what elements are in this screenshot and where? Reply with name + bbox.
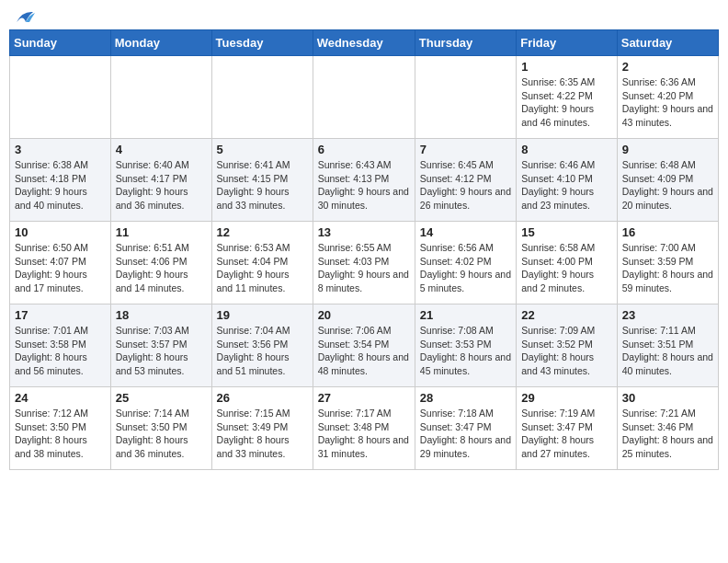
day-number: 10 bbox=[15, 225, 106, 239]
calendar-header-row: SundayMondayTuesdayWednesdayThursdayFrid… bbox=[10, 30, 719, 56]
day-number: 11 bbox=[116, 225, 207, 239]
day-info: Sunrise: 6:53 AM Sunset: 4:04 PM Dayligh… bbox=[217, 241, 308, 295]
day-info: Sunrise: 7:12 AM Sunset: 3:50 PM Dayligh… bbox=[15, 407, 106, 461]
calendar-week-row: 10Sunrise: 6:50 AM Sunset: 4:07 PM Dayli… bbox=[10, 222, 719, 304]
day-number: 8 bbox=[521, 143, 612, 156]
calendar-cell: 1Sunrise: 6:35 AM Sunset: 4:22 PM Daylig… bbox=[517, 56, 618, 139]
day-info: Sunrise: 7:17 AM Sunset: 3:48 PM Dayligh… bbox=[318, 407, 410, 461]
calendar-week-row: 24Sunrise: 7:12 AM Sunset: 3:50 PM Dayli… bbox=[10, 387, 719, 470]
day-info: Sunrise: 6:56 AM Sunset: 4:02 PM Dayligh… bbox=[420, 241, 511, 295]
day-info: Sunrise: 7:04 AM Sunset: 3:56 PM Dayligh… bbox=[217, 324, 308, 378]
day-number: 22 bbox=[521, 308, 612, 322]
calendar-cell: 6Sunrise: 6:43 AM Sunset: 4:13 PM Daylig… bbox=[313, 139, 415, 222]
day-of-week-header: Wednesday bbox=[313, 30, 415, 56]
day-of-week-header: Thursday bbox=[415, 30, 516, 56]
calendar-cell: 29Sunrise: 7:19 AM Sunset: 3:47 PM Dayli… bbox=[517, 387, 618, 470]
calendar-cell: 16Sunrise: 7:00 AM Sunset: 3:59 PM Dayli… bbox=[617, 222, 718, 304]
day-number: 14 bbox=[420, 225, 511, 239]
day-info: Sunrise: 6:58 AM Sunset: 4:00 PM Dayligh… bbox=[521, 241, 612, 295]
day-info: Sunrise: 7:09 AM Sunset: 3:52 PM Dayligh… bbox=[521, 324, 612, 378]
calendar-cell: 20Sunrise: 7:06 AM Sunset: 3:54 PM Dayli… bbox=[313, 304, 415, 387]
day-number: 3 bbox=[15, 143, 106, 156]
day-number: 25 bbox=[116, 391, 207, 405]
calendar-cell: 4Sunrise: 6:40 AM Sunset: 4:17 PM Daylig… bbox=[110, 139, 211, 222]
day-number: 29 bbox=[521, 391, 612, 405]
day-info: Sunrise: 6:36 AM Sunset: 4:20 PM Dayligh… bbox=[622, 75, 713, 130]
day-info: Sunrise: 7:11 AM Sunset: 3:51 PM Dayligh… bbox=[622, 324, 713, 378]
day-info: Sunrise: 6:35 AM Sunset: 4:22 PM Dayligh… bbox=[521, 75, 612, 130]
day-info: Sunrise: 7:15 AM Sunset: 3:49 PM Dayligh… bbox=[217, 407, 308, 461]
day-number: 30 bbox=[622, 391, 713, 405]
calendar-cell: 30Sunrise: 7:21 AM Sunset: 3:46 PM Dayli… bbox=[617, 387, 718, 470]
calendar-cell: 5Sunrise: 6:41 AM Sunset: 4:15 PM Daylig… bbox=[211, 139, 313, 222]
day-number: 27 bbox=[318, 391, 410, 405]
day-number: 20 bbox=[318, 308, 410, 322]
day-number: 9 bbox=[622, 143, 713, 156]
calendar-cell bbox=[415, 56, 516, 139]
day-number: 13 bbox=[318, 225, 410, 239]
calendar-cell: 10Sunrise: 6:50 AM Sunset: 4:07 PM Dayli… bbox=[10, 222, 111, 304]
day-number: 7 bbox=[420, 143, 511, 156]
calendar-cell: 14Sunrise: 6:56 AM Sunset: 4:02 PM Dayli… bbox=[415, 222, 516, 304]
day-info: Sunrise: 6:51 AM Sunset: 4:06 PM Dayligh… bbox=[116, 241, 207, 295]
calendar-cell: 8Sunrise: 6:46 AM Sunset: 4:10 PM Daylig… bbox=[517, 139, 618, 222]
day-number: 4 bbox=[116, 143, 207, 156]
day-of-week-header: Monday bbox=[110, 30, 211, 56]
calendar-cell: 21Sunrise: 7:08 AM Sunset: 3:53 PM Dayli… bbox=[415, 304, 516, 387]
calendar: SundayMondayTuesdayWednesdayThursdayFrid… bbox=[9, 29, 719, 470]
day-info: Sunrise: 6:43 AM Sunset: 4:13 PM Dayligh… bbox=[318, 158, 410, 213]
day-number: 24 bbox=[15, 391, 106, 405]
day-of-week-header: Sunday bbox=[10, 30, 111, 56]
day-number: 15 bbox=[521, 225, 612, 239]
day-number: 23 bbox=[622, 308, 713, 322]
day-info: Sunrise: 6:48 AM Sunset: 4:09 PM Dayligh… bbox=[622, 158, 713, 213]
calendar-cell: 28Sunrise: 7:18 AM Sunset: 3:47 PM Dayli… bbox=[415, 387, 516, 470]
day-info: Sunrise: 6:40 AM Sunset: 4:17 PM Dayligh… bbox=[116, 158, 207, 213]
calendar-cell: 13Sunrise: 6:55 AM Sunset: 4:03 PM Dayli… bbox=[313, 222, 415, 304]
day-of-week-header: Saturday bbox=[617, 30, 718, 56]
day-number: 12 bbox=[217, 225, 308, 239]
day-info: Sunrise: 7:18 AM Sunset: 3:47 PM Dayligh… bbox=[420, 407, 511, 461]
calendar-cell: 27Sunrise: 7:17 AM Sunset: 3:48 PM Dayli… bbox=[313, 387, 415, 470]
day-info: Sunrise: 6:38 AM Sunset: 4:18 PM Dayligh… bbox=[15, 158, 106, 213]
page-header bbox=[9, 9, 719, 22]
day-info: Sunrise: 7:14 AM Sunset: 3:50 PM Dayligh… bbox=[116, 407, 207, 461]
day-number: 28 bbox=[420, 391, 511, 405]
calendar-cell: 2Sunrise: 6:36 AM Sunset: 4:20 PM Daylig… bbox=[617, 56, 718, 139]
day-info: Sunrise: 7:00 AM Sunset: 3:59 PM Dayligh… bbox=[622, 241, 713, 295]
day-info: Sunrise: 6:46 AM Sunset: 4:10 PM Dayligh… bbox=[521, 158, 612, 213]
calendar-cell: 24Sunrise: 7:12 AM Sunset: 3:50 PM Dayli… bbox=[10, 387, 111, 470]
logo-bird-icon bbox=[15, 9, 35, 26]
day-number: 2 bbox=[622, 60, 713, 74]
day-number: 26 bbox=[217, 391, 308, 405]
day-info: Sunrise: 7:19 AM Sunset: 3:47 PM Dayligh… bbox=[521, 407, 612, 461]
day-number: 17 bbox=[15, 308, 106, 322]
day-info: Sunrise: 6:50 AM Sunset: 4:07 PM Dayligh… bbox=[15, 241, 106, 295]
day-number: 5 bbox=[217, 143, 308, 156]
day-number: 6 bbox=[318, 143, 410, 156]
calendar-cell: 9Sunrise: 6:48 AM Sunset: 4:09 PM Daylig… bbox=[617, 139, 718, 222]
day-number: 18 bbox=[116, 308, 207, 322]
calendar-cell: 12Sunrise: 6:53 AM Sunset: 4:04 PM Dayli… bbox=[211, 222, 313, 304]
day-of-week-header: Tuesday bbox=[211, 30, 313, 56]
day-number: 19 bbox=[217, 308, 308, 322]
calendar-cell: 23Sunrise: 7:11 AM Sunset: 3:51 PM Dayli… bbox=[617, 304, 718, 387]
calendar-cell bbox=[110, 56, 211, 139]
day-info: Sunrise: 6:55 AM Sunset: 4:03 PM Dayligh… bbox=[318, 241, 410, 295]
day-info: Sunrise: 6:41 AM Sunset: 4:15 PM Dayligh… bbox=[217, 158, 308, 213]
calendar-cell: 22Sunrise: 7:09 AM Sunset: 3:52 PM Dayli… bbox=[517, 304, 618, 387]
day-info: Sunrise: 7:08 AM Sunset: 3:53 PM Dayligh… bbox=[420, 324, 511, 378]
day-info: Sunrise: 6:45 AM Sunset: 4:12 PM Dayligh… bbox=[420, 158, 511, 213]
calendar-cell: 25Sunrise: 7:14 AM Sunset: 3:50 PM Dayli… bbox=[110, 387, 211, 470]
day-info: Sunrise: 7:21 AM Sunset: 3:46 PM Dayligh… bbox=[622, 407, 713, 461]
day-info: Sunrise: 7:06 AM Sunset: 3:54 PM Dayligh… bbox=[318, 324, 410, 378]
calendar-week-row: 17Sunrise: 7:01 AM Sunset: 3:58 PM Dayli… bbox=[10, 304, 719, 387]
calendar-cell bbox=[313, 56, 415, 139]
calendar-cell bbox=[211, 56, 313, 139]
calendar-cell bbox=[10, 56, 111, 139]
calendar-cell: 11Sunrise: 6:51 AM Sunset: 4:06 PM Dayli… bbox=[110, 222, 211, 304]
calendar-cell: 15Sunrise: 6:58 AM Sunset: 4:00 PM Dayli… bbox=[517, 222, 618, 304]
calendar-cell: 17Sunrise: 7:01 AM Sunset: 3:58 PM Dayli… bbox=[10, 304, 111, 387]
calendar-cell: 7Sunrise: 6:45 AM Sunset: 4:12 PM Daylig… bbox=[415, 139, 516, 222]
day-number: 21 bbox=[420, 308, 511, 322]
